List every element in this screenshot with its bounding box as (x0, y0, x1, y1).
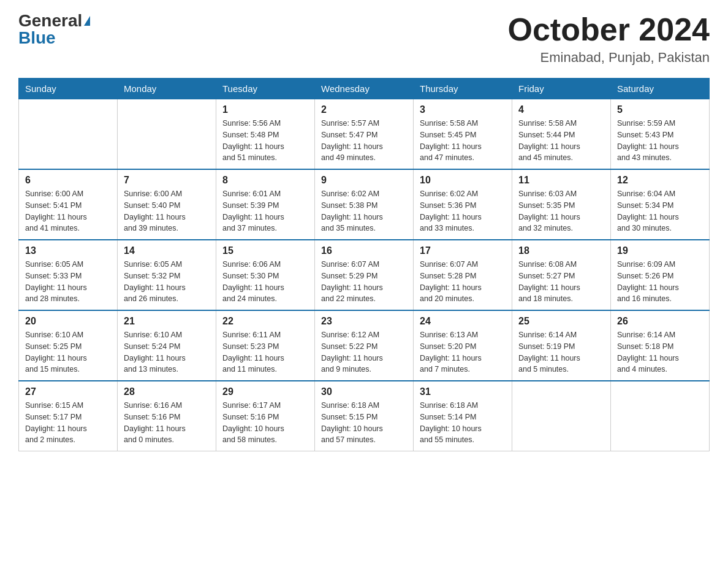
calendar-header-monday: Monday (118, 79, 216, 99)
day-number: 2 (321, 104, 407, 115)
day-number: 15 (222, 245, 308, 256)
calendar-day-cell: 31Sunrise: 6:18 AM Sunset: 5:14 PM Dayli… (414, 381, 512, 451)
logo: General Blue (18, 12, 90, 47)
day-info: Sunrise: 6:03 AM Sunset: 5:35 PM Dayligh… (518, 188, 604, 234)
day-info: Sunrise: 6:15 AM Sunset: 5:17 PM Dayligh… (25, 400, 111, 446)
calendar-day-cell: 3Sunrise: 5:58 AM Sunset: 5:45 PM Daylig… (414, 99, 512, 170)
day-info: Sunrise: 6:11 AM Sunset: 5:23 PM Dayligh… (222, 329, 308, 375)
page-header: General Blue October 2024 Eminabad, Punj… (18, 12, 710, 66)
location: Eminabad, Punjab, Pakistan (508, 50, 710, 66)
day-info: Sunrise: 6:12 AM Sunset: 5:22 PM Dayligh… (321, 329, 407, 375)
day-number: 7 (124, 175, 210, 186)
day-number: 21 (124, 316, 210, 327)
day-number: 29 (222, 386, 308, 397)
day-info: Sunrise: 6:05 AM Sunset: 5:33 PM Dayligh… (25, 259, 111, 305)
day-number: 11 (518, 175, 604, 186)
calendar-day-cell: 10Sunrise: 6:02 AM Sunset: 5:36 PM Dayli… (414, 169, 512, 240)
day-number: 14 (124, 245, 210, 256)
day-number: 30 (321, 386, 407, 397)
day-info: Sunrise: 6:10 AM Sunset: 5:24 PM Dayligh… (124, 329, 210, 375)
day-number: 13 (25, 245, 111, 256)
calendar-week-row: 13Sunrise: 6:05 AM Sunset: 5:33 PM Dayli… (19, 240, 710, 310)
calendar-day-cell: 5Sunrise: 5:59 AM Sunset: 5:43 PM Daylig… (611, 99, 710, 170)
calendar-day-cell: 25Sunrise: 6:14 AM Sunset: 5:19 PM Dayli… (512, 310, 611, 381)
calendar-day-cell: 19Sunrise: 6:09 AM Sunset: 5:26 PM Dayli… (611, 240, 710, 310)
day-info: Sunrise: 6:16 AM Sunset: 5:16 PM Dayligh… (124, 400, 210, 446)
day-info: Sunrise: 6:07 AM Sunset: 5:28 PM Dayligh… (420, 259, 506, 305)
day-number: 5 (617, 104, 703, 115)
calendar-day-cell: 7Sunrise: 6:00 AM Sunset: 5:40 PM Daylig… (118, 169, 216, 240)
day-number: 1 (222, 104, 308, 115)
calendar-header-sunday: Sunday (19, 79, 118, 99)
day-info: Sunrise: 6:02 AM Sunset: 5:38 PM Dayligh… (321, 188, 407, 234)
calendar-day-cell: 28Sunrise: 6:16 AM Sunset: 5:16 PM Dayli… (118, 381, 216, 451)
day-number: 10 (420, 175, 506, 186)
calendar-day-cell: 26Sunrise: 6:14 AM Sunset: 5:18 PM Dayli… (611, 310, 710, 381)
calendar-day-cell: 15Sunrise: 6:06 AM Sunset: 5:30 PM Dayli… (216, 240, 315, 310)
day-number: 18 (518, 245, 604, 256)
day-number: 3 (420, 104, 506, 115)
day-number: 22 (222, 316, 308, 327)
title-block: October 2024 Eminabad, Punjab, Pakistan (508, 12, 710, 66)
calendar-day-cell: 2Sunrise: 5:57 AM Sunset: 5:47 PM Daylig… (315, 99, 414, 170)
calendar-week-row: 27Sunrise: 6:15 AM Sunset: 5:17 PM Dayli… (19, 381, 710, 451)
day-info: Sunrise: 6:17 AM Sunset: 5:16 PM Dayligh… (222, 400, 308, 446)
calendar-day-cell: 22Sunrise: 6:11 AM Sunset: 5:23 PM Dayli… (216, 310, 315, 381)
day-info: Sunrise: 5:58 AM Sunset: 5:44 PM Dayligh… (518, 118, 604, 164)
day-info: Sunrise: 6:06 AM Sunset: 5:30 PM Dayligh… (222, 259, 308, 305)
calendar-day-cell: 16Sunrise: 6:07 AM Sunset: 5:29 PM Dayli… (315, 240, 414, 310)
calendar-header-wednesday: Wednesday (315, 79, 414, 99)
calendar-day-cell: 27Sunrise: 6:15 AM Sunset: 5:17 PM Dayli… (19, 381, 118, 451)
calendar-day-cell: 4Sunrise: 5:58 AM Sunset: 5:44 PM Daylig… (512, 99, 611, 170)
calendar-day-cell (512, 381, 611, 451)
day-info: Sunrise: 6:00 AM Sunset: 5:41 PM Dayligh… (25, 188, 111, 234)
calendar-day-cell: 20Sunrise: 6:10 AM Sunset: 5:25 PM Dayli… (19, 310, 118, 381)
day-info: Sunrise: 6:10 AM Sunset: 5:25 PM Dayligh… (25, 329, 111, 375)
calendar-day-cell: 21Sunrise: 6:10 AM Sunset: 5:24 PM Dayli… (118, 310, 216, 381)
day-number: 26 (617, 316, 703, 327)
day-info: Sunrise: 5:56 AM Sunset: 5:48 PM Dayligh… (222, 118, 308, 164)
day-number: 27 (25, 386, 111, 397)
calendar-header-saturday: Saturday (611, 79, 710, 99)
calendar-day-cell: 12Sunrise: 6:04 AM Sunset: 5:34 PM Dayli… (611, 169, 710, 240)
day-number: 8 (222, 175, 308, 186)
day-number: 24 (420, 316, 506, 327)
day-info: Sunrise: 6:04 AM Sunset: 5:34 PM Dayligh… (617, 188, 703, 234)
logo-general-text: General (18, 12, 82, 29)
day-info: Sunrise: 6:18 AM Sunset: 5:14 PM Dayligh… (420, 400, 506, 446)
calendar-day-cell: 18Sunrise: 6:08 AM Sunset: 5:27 PM Dayli… (512, 240, 611, 310)
day-info: Sunrise: 6:14 AM Sunset: 5:18 PM Dayligh… (617, 329, 703, 375)
day-number: 16 (321, 245, 407, 256)
day-info: Sunrise: 5:57 AM Sunset: 5:47 PM Dayligh… (321, 118, 407, 164)
calendar-day-cell: 13Sunrise: 6:05 AM Sunset: 5:33 PM Dayli… (19, 240, 118, 310)
calendar-day-cell: 17Sunrise: 6:07 AM Sunset: 5:28 PM Dayli… (414, 240, 512, 310)
calendar-day-cell: 6Sunrise: 6:00 AM Sunset: 5:41 PM Daylig… (19, 169, 118, 240)
day-info: Sunrise: 6:07 AM Sunset: 5:29 PM Dayligh… (321, 259, 407, 305)
day-number: 28 (124, 386, 210, 397)
logo-blue-text: Blue (18, 29, 56, 47)
day-number: 31 (420, 386, 506, 397)
calendar-day-cell: 1Sunrise: 5:56 AM Sunset: 5:48 PM Daylig… (216, 99, 315, 170)
calendar-day-cell: 9Sunrise: 6:02 AM Sunset: 5:38 PM Daylig… (315, 169, 414, 240)
calendar-day-cell: 24Sunrise: 6:13 AM Sunset: 5:20 PM Dayli… (414, 310, 512, 381)
calendar-day-cell: 30Sunrise: 6:18 AM Sunset: 5:15 PM Dayli… (315, 381, 414, 451)
calendar-day-cell: 14Sunrise: 6:05 AM Sunset: 5:32 PM Dayli… (118, 240, 216, 310)
day-number: 23 (321, 316, 407, 327)
day-info: Sunrise: 6:02 AM Sunset: 5:36 PM Dayligh… (420, 188, 506, 234)
day-number: 25 (518, 316, 604, 327)
calendar-day-cell (118, 99, 216, 170)
day-number: 12 (617, 175, 703, 186)
day-number: 17 (420, 245, 506, 256)
calendar-header-tuesday: Tuesday (216, 79, 315, 99)
calendar-day-cell: 23Sunrise: 6:12 AM Sunset: 5:22 PM Dayli… (315, 310, 414, 381)
calendar-week-row: 20Sunrise: 6:10 AM Sunset: 5:25 PM Dayli… (19, 310, 710, 381)
calendar-header-row: SundayMondayTuesdayWednesdayThursdayFrid… (19, 79, 710, 99)
calendar-header-thursday: Thursday (414, 79, 512, 99)
day-info: Sunrise: 6:00 AM Sunset: 5:40 PM Dayligh… (124, 188, 210, 234)
calendar-day-cell: 8Sunrise: 6:01 AM Sunset: 5:39 PM Daylig… (216, 169, 315, 240)
calendar-day-cell (611, 381, 710, 451)
calendar-week-row: 6Sunrise: 6:00 AM Sunset: 5:41 PM Daylig… (19, 169, 710, 240)
day-info: Sunrise: 6:14 AM Sunset: 5:19 PM Dayligh… (518, 329, 604, 375)
day-number: 19 (617, 245, 703, 256)
calendar-header-friday: Friday (512, 79, 611, 99)
